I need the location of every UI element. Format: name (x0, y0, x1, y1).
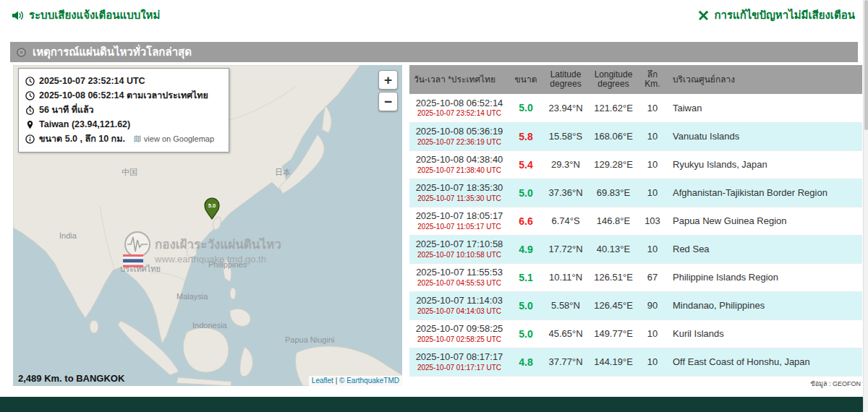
popup-utc-time: 2025-10-07 23:52:14 UTC (39, 74, 145, 88)
attribution-separator: | (333, 377, 339, 385)
longitude-cell: 146.8°E (589, 207, 638, 235)
section-header: เหตุการณ์แผ่นดินไหวทั่วโลกล่าสุด (10, 42, 858, 62)
magnitude-cell: 5.4 (509, 150, 542, 179)
latitude-cell: 17.72°N (542, 235, 589, 263)
watermark-title: กองเฝ้าระวังแผ่นดินไหว (155, 237, 281, 252)
footer-bar (0, 397, 868, 412)
utc-time: 2025-10-07 01:17:17 UTC (411, 364, 508, 372)
latitude-cell: 6.74°S (542, 207, 589, 235)
earthquake-row[interactable]: 2025-10-07 11:55:532025-10-07 04:55:53 U… (409, 263, 862, 291)
region-cell: Papua New Guinea Region (667, 207, 862, 235)
earthquake-row[interactable]: 2025-10-07 17:10:582025-10-07 10:10:58 U… (409, 235, 862, 263)
magnitude-cell: 5.0 (509, 179, 542, 207)
thai-time: 2025-10-08 05:36:19 (411, 126, 508, 137)
map-place-label: Papua Niugini (285, 335, 335, 344)
earthquake-row[interactable]: 2025-10-08 06:52:142025-10-07 23:52:14 U… (409, 94, 862, 122)
depth-cell: 10 (638, 319, 667, 348)
earthquake-row[interactable]: 2025-10-08 04:38:402025-10-07 21:38:40 U… (409, 150, 862, 179)
date-cell: 2025-10-07 11:14:032025-10-07 04:14:03 U… (409, 291, 509, 319)
map[interactable]: มองโกล中国日本IndiaประเทศไทยPhilippinesMalay… (13, 65, 402, 386)
earthquake-row[interactable]: 2025-10-07 18:05:172025-10-07 11:05:17 U… (409, 207, 862, 235)
utc-time: 2025-10-07 04:55:53 UTC (411, 279, 508, 287)
earthquake-row[interactable]: 2025-10-07 09:58:252025-10-07 02:58:25 U… (409, 319, 862, 348)
latitude-cell: 10.11°N (542, 263, 589, 291)
zoom-in-button[interactable]: + (378, 70, 398, 90)
longitude-cell: 40.13°E (589, 235, 638, 263)
earthquake-row[interactable]: 2025-10-07 08:17:172025-10-07 01:17:17 U… (409, 348, 862, 376)
date-cell: 2025-10-07 09:58:252025-10-07 02:58:25 U… (409, 319, 509, 348)
magnitude-cell: 5.0 (509, 94, 542, 122)
magnitude-cell: 6.6 (509, 207, 542, 235)
quake-table-header-row: วัน-เวลา *ประเทศไทยขนาดLatitude degreesL… (409, 65, 862, 94)
googlemap-icon (134, 135, 142, 143)
thai-time: 2025-10-07 09:58:25 (411, 324, 508, 334)
map-place-label: 中国 (122, 168, 137, 176)
location-pin-icon (25, 120, 35, 129)
clock-icon (25, 77, 35, 86)
date-cell: 2025-10-07 17:10:582025-10-07 10:10:58 U… (409, 235, 509, 263)
region-cell: Ryukyu Islands, Japan (667, 150, 862, 179)
popup-time-ago: 56 นาที ที่แล้ว (39, 103, 94, 117)
depth-cell: 10 (638, 348, 667, 376)
date-cell: 2025-10-07 08:17:172025-10-07 01:17:17 U… (409, 348, 509, 376)
depth-cell: 10 (638, 150, 667, 179)
longitude-cell: 144.19°E (589, 348, 638, 376)
thai-time: 2025-10-08 04:38:40 (411, 155, 508, 165)
magnitude-cell: 4.8 (509, 348, 542, 376)
region-cell: Philippine Islands Region (667, 263, 862, 291)
thai-time: 2025-10-07 11:55:53 (411, 267, 508, 278)
scrollbar-thumb[interactable] (864, 0, 868, 130)
longitude-cell: 168.06°E (589, 122, 638, 150)
region-cell: Kuril Islands (667, 319, 862, 348)
view-on-googlemap-link[interactable]: view on Googlemap (134, 132, 214, 146)
magnitude-cell: 4.9 (509, 235, 542, 263)
magnitude-cell: 5.0 (509, 291, 542, 319)
page-scrollbar[interactable] (863, 0, 868, 412)
tools-icon (698, 10, 709, 21)
main-content: มองโกล中国日本IndiaประเทศไทยPhilippinesMalay… (13, 65, 862, 389)
utc-time: 2025-10-07 02:58:25 UTC (411, 335, 508, 343)
column-header: Longitude degrees (589, 65, 638, 94)
earthquake-row[interactable]: 2025-10-08 05:36:192025-10-07 22:36:19 U… (409, 122, 862, 150)
date-cell: 2025-10-08 05:36:192025-10-07 22:36:19 U… (409, 122, 509, 150)
earthquake-table: วัน-เวลา *ประเทศไทยขนาดLatitude degreesL… (409, 65, 862, 377)
thai-time: 2025-10-07 11:14:03 (411, 296, 508, 306)
zoom-controls: + − (378, 70, 398, 111)
longitude-cell: 69.83°E (589, 179, 638, 207)
popup-location: Taiwan (23.94,121.62) (39, 117, 130, 132)
thai-time: 2025-10-07 17:10:58 (411, 239, 508, 249)
region-cell: Off East Coast of Honshu, Japan (667, 348, 862, 376)
date-cell: 2025-10-07 18:35:302025-10-07 11:35:30 U… (409, 179, 509, 207)
map-place-label: Indonesia (192, 321, 228, 330)
region-cell: Red Sea (667, 235, 862, 263)
map-place-label: India (59, 231, 77, 240)
region-cell: Mindanao, Philippines (667, 291, 862, 319)
new-alert-sound-label: ระบบเสียงแจ้งเตือนแบบใหม่ (29, 7, 160, 24)
earthquaketmd-link[interactable]: © EarthquakeTMD (339, 377, 399, 385)
column-header: Latitude degrees (542, 65, 589, 94)
magnitude-cell: 5.8 (509, 122, 542, 150)
distance-to-bangkok-label: 2,489 Km. to BANGKOK (18, 373, 124, 384)
info-icon (25, 134, 35, 144)
map-place-label: 日本 (275, 168, 291, 176)
earthquake-row[interactable]: 2025-10-07 11:14:032025-10-07 04:14:03 U… (409, 291, 862, 319)
utc-time: 2025-10-07 21:38:40 UTC (411, 166, 508, 174)
earthquake-row[interactable]: 2025-10-07 18:35:302025-10-07 11:35:30 U… (409, 179, 862, 207)
depth-cell: 10 (638, 94, 667, 122)
leaflet-link[interactable]: Leaflet (312, 377, 333, 385)
date-cell: 2025-10-08 06:52:142025-10-07 23:52:14 U… (409, 94, 509, 122)
fix-no-sound-link[interactable]: การแก้ไขปัญหาไม่มีเสียงเตือน (698, 7, 855, 24)
quake-table-body: 2025-10-08 06:52:142025-10-07 23:52:14 U… (409, 94, 862, 376)
thai-time: 2025-10-08 06:52:14 (411, 98, 508, 108)
zoom-out-button[interactable]: − (378, 92, 398, 111)
map-attribution: Leaflet | © EarthquakeTMD (309, 376, 402, 386)
new-alert-sound-link[interactable]: ระบบเสียงแจ้งเตือนแบบใหม่ (12, 7, 160, 24)
depth-cell: 10 (638, 122, 667, 150)
map-place-label: Malaysia (176, 292, 208, 301)
depth-cell: 67 (638, 263, 667, 291)
section-title: เหตุการณ์แผ่นดินไหวทั่วโลกล่าสุด (33, 43, 192, 61)
column-header: วัน-เวลา *ประเทศไทย (409, 65, 509, 94)
longitude-cell: 126.45°E (589, 291, 638, 319)
depth-cell: 90 (638, 291, 667, 319)
earthquake-table-panel: วัน-เวลา *ประเทศไทยขนาดLatitude degreesL… (409, 65, 862, 389)
